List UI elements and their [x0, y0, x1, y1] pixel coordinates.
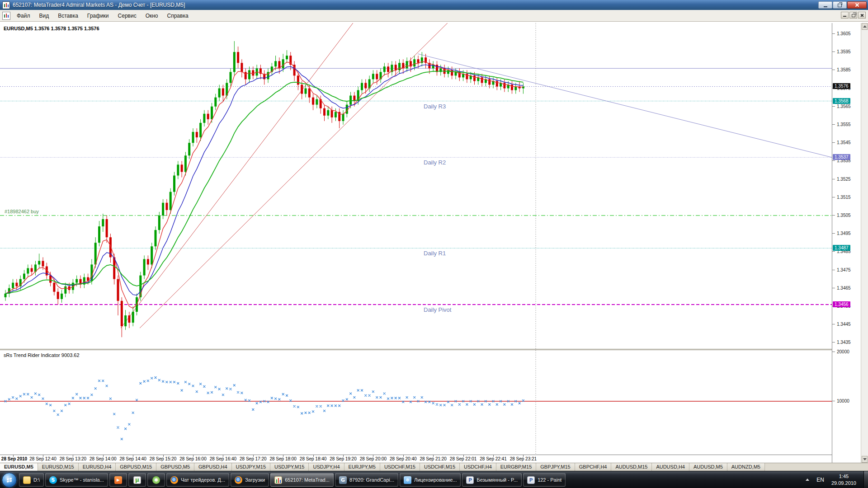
- level-label: Daily R3: [424, 103, 446, 110]
- taskbar-button-grandcapital[interactable]: G87920: GrandCapi...: [335, 473, 398, 487]
- time-axis: 28 Sep 201028 Sep 12:4028 Sep 13:2028 Se…: [0, 455, 832, 463]
- level-label: Daily Pivot: [424, 306, 452, 313]
- scroll-down-button[interactable]: [862, 456, 868, 463]
- menu-item[interactable]: Вставка: [54, 11, 82, 20]
- menu-item[interactable]: Справка: [163, 11, 193, 20]
- window-controls: [818, 1, 867, 9]
- chart-tab[interactable]: USDJPY,M15: [232, 463, 270, 471]
- system-tray: EN 1:45 29.09.2010: [806, 471, 856, 488]
- time-axis-label: 28 Sep 22:41: [480, 456, 507, 461]
- taskbar-button-skype[interactable]: SSkype™ - stanisla...: [45, 473, 108, 487]
- taskbar-button-media-player[interactable]: ▶: [109, 473, 127, 487]
- chart-tab[interactable]: GBPUSD,M5: [156, 463, 194, 471]
- menu-item[interactable]: Вид: [35, 11, 53, 20]
- chart-tab[interactable]: AUDUSD,M5: [689, 463, 727, 471]
- chart-tab[interactable]: EURUSD,M15: [38, 463, 79, 471]
- menu-item[interactable]: Файл: [13, 11, 34, 20]
- taskbar: D:\SSkype™ - stanisla...▶µ✱Чат трейдеров…: [0, 471, 868, 488]
- chart-tab[interactable]: EURUSD,H4: [79, 463, 116, 471]
- chart-tab[interactable]: USDCHF,M15: [420, 463, 460, 471]
- restore-button[interactable]: [833, 1, 847, 9]
- menu-item[interactable]: Сервис: [114, 11, 141, 20]
- tray-clock[interactable]: 1:45 29.09.2010: [831, 473, 856, 486]
- taskbar-button-label: Чат трейдеров. Д...: [181, 477, 225, 483]
- chart-window-system-icon[interactable]: [2, 12, 10, 20]
- minimize-button[interactable]: [818, 1, 832, 9]
- taskbar-button-utorrent[interactable]: µ: [128, 473, 146, 487]
- time-axis-label: 28 Sep 13:20: [60, 456, 87, 461]
- mdi-restore-button[interactable]: [849, 12, 857, 19]
- taskbar-button-label: Загрузки: [245, 477, 265, 483]
- vertical-scrollbar[interactable]: [861, 23, 868, 463]
- taskbar-button-firefox[interactable]: Загрузки: [231, 473, 269, 487]
- mdi-minimize-button[interactable]: [841, 12, 849, 19]
- minimize-icon: [843, 16, 846, 17]
- chart-tab[interactable]: EURUSD,M5: [0, 463, 38, 471]
- metatrader-icon: [274, 476, 282, 484]
- price-tag: 1.3576: [833, 83, 850, 89]
- indicator-name-label: sRs Trend Rider Indicator 9003.62: [4, 352, 80, 358]
- chart-tab[interactable]: AUDNZD,M5: [727, 463, 765, 471]
- price-tag: 1.3568: [833, 98, 850, 104]
- indicator-pane[interactable]: [0, 350, 832, 455]
- chart-tab[interactable]: EURGBP,M15: [496, 463, 537, 471]
- chart-tab[interactable]: GBPUSD,M15: [116, 463, 156, 471]
- taskbar-button-label: Безымянный - P...: [476, 477, 518, 483]
- chart-tab[interactable]: GBPCHF,H4: [575, 463, 612, 471]
- show-desktop-button[interactable]: [863, 471, 868, 488]
- candles: [5, 41, 524, 337]
- chart-tab[interactable]: GBPJPY,M15: [536, 463, 575, 471]
- price-axis-label: 1.3595: [837, 49, 851, 54]
- price-scale[interactable]: 1.36051.35951.35851.35751.35651.35551.35…: [832, 23, 861, 463]
- indicator-axis-label: 20000: [837, 349, 849, 354]
- symbol-ohlc-label: EURUSD,M5 1.3576 1.3578 1.3575 1.3576: [4, 26, 99, 31]
- taskbar-button-label: Skype™ - stanisla...: [60, 477, 104, 483]
- chart-tab[interactable]: EURJPY,M5: [344, 463, 380, 471]
- firefox-icon: [170, 476, 178, 484]
- language-indicator[interactable]: EN: [815, 476, 826, 484]
- chart-tab[interactable]: USDJPY,H4: [309, 463, 344, 471]
- taskbar-button-license[interactable]: ❄Лицензирование...: [400, 473, 461, 487]
- taskbar-button-paint[interactable]: P122 - Paint: [523, 473, 566, 487]
- chart-tab[interactable]: USDCHF,H4: [460, 463, 496, 471]
- price-tag: 1.3487: [833, 245, 850, 251]
- chart-tab[interactable]: AUDUSD,M15: [611, 463, 652, 471]
- main-chart[interactable]: Daily R3Daily R2Daily R1Daily Pivot#1898…: [0, 23, 832, 349]
- chart-tab[interactable]: AUDUSD,H4: [652, 463, 689, 471]
- menu-item[interactable]: Графики: [83, 11, 113, 20]
- price-axis-label: 1.3605: [837, 31, 851, 36]
- price-axis-label: 1.3465: [837, 286, 851, 291]
- price-axis-label: 1.3525: [837, 177, 851, 182]
- trendline-1[interactable]: [121, 23, 354, 328]
- hidden-icons-arrow-icon[interactable]: [806, 479, 809, 481]
- taskbar-button-explorer-drive[interactable]: D:\: [19, 473, 44, 487]
- tray-date: 29.09.2010: [831, 480, 856, 486]
- taskbar-button-firefox[interactable]: Чат трейдеров. Д...: [166, 473, 229, 487]
- taskbar-button-paint[interactable]: PБезымянный - P...: [462, 473, 522, 487]
- windows-logo-icon: [7, 478, 12, 483]
- taskbar-button-pinwheel[interactable]: ✱: [147, 473, 165, 487]
- time-axis-label: 28 Sep 15:20: [150, 456, 177, 461]
- metatrader-app-icon: [2, 1, 10, 9]
- paint-icon: P: [527, 476, 535, 484]
- mdi-close-button[interactable]: [858, 12, 866, 19]
- menubar: ФайлВидВставкаГрафикиСервисОкноСправка: [0, 10, 868, 22]
- close-button[interactable]: [847, 1, 867, 9]
- taskbar-button-metatrader[interactable]: 652107: MetaTrad...: [270, 473, 334, 487]
- time-axis-label: 28 Sep 22:01: [450, 456, 477, 461]
- taskbar-button-label: D:\: [33, 477, 40, 483]
- level-label: Daily R2: [424, 159, 446, 166]
- time-axis-label: 28 Sep 17:20: [240, 456, 267, 461]
- scroll-up-button[interactable]: [862, 23, 868, 30]
- menu-item[interactable]: Окно: [142, 11, 162, 20]
- trendline-3[interactable]: [418, 54, 832, 157]
- minimize-icon: [824, 6, 827, 7]
- start-button[interactable]: [2, 473, 17, 488]
- chart-tab[interactable]: USDJPY,M15: [270, 463, 309, 471]
- price-axis-label: 1.3545: [837, 140, 851, 145]
- chart-tab[interactable]: GBPUSD,H4: [194, 463, 232, 471]
- price-axis-label: 1.3565: [837, 104, 851, 109]
- chart-tab[interactable]: USDCHF,M15: [380, 463, 420, 471]
- restore-icon: [852, 14, 855, 17]
- close-icon: [860, 14, 864, 17]
